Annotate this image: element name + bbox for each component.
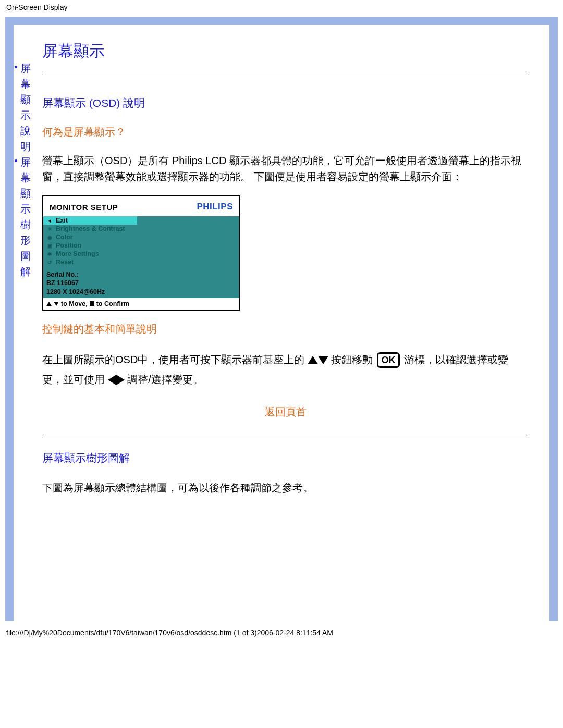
sidebar: 屏幕顯示說明 屏幕顯示樹形圖解	[14, 41, 42, 507]
osd-item-exit: ◄Exit	[43, 216, 137, 225]
osd-footer-hint: to Move, to Confirm	[43, 298, 239, 310]
osd-item-more: ✱More Settings	[43, 250, 137, 258]
bullet-icon	[15, 159, 17, 162]
page-title: 屏幕顯示	[42, 41, 529, 62]
divider	[42, 435, 529, 435]
right-arrow-icon	[116, 375, 125, 385]
triangle-down-icon	[54, 302, 59, 306]
back-to-top-link[interactable]: 返回頁首	[265, 406, 307, 417]
bullet-icon	[15, 66, 17, 68]
content-frame: 屏幕顯示說明 屏幕顯示樹形圖解 屏幕顯示 屏幕顯示 (OSD) 說明 何為是屏幕…	[5, 17, 558, 621]
osd-intro-paragraph: 螢幕上顯示（OSD）是所有 Philips LCD 顯示器都具體的功能，它可允許…	[42, 153, 529, 185]
sidebar-link-osd-tree[interactable]: 屏幕顯示樹形圖解	[20, 154, 31, 279]
tree-intro-paragraph: 下圖為屏幕顯示總體結構圖，可為以後作各種調節之參考。	[42, 480, 529, 496]
controls-paragraph: 在上圖所顯示的OSD中，使用者可按下顯示器前基座上的 按鈕移動 OK 游標，以確…	[42, 350, 529, 389]
osd-item-reset: ↺Reset	[43, 258, 137, 266]
down-arrow-icon	[318, 356, 328, 364]
osd-item-brightness: ☀Brightness & Contrast	[43, 225, 137, 233]
section-osd-desc-title: 屏幕顯示 (OSD) 說明	[42, 96, 529, 110]
osd-title: MONITOR SETUP	[50, 203, 118, 212]
controls-heading: 控制鍵的基本和簡單說明	[42, 322, 529, 336]
triangle-up-icon	[46, 302, 52, 306]
osd-item-color: ◉Color	[43, 233, 137, 241]
osd-info-block: Serial No.: BZ 116067 1280 X 1024@60Hz	[43, 266, 239, 298]
left-arrow-icon	[108, 375, 116, 385]
main-content: 屏幕顯示 屏幕顯示 (OSD) 說明 何為是屏幕顯示？ 螢幕上顯示（OSD）是所…	[42, 41, 549, 507]
square-icon	[90, 301, 94, 306]
osd-item-position: ▣Position	[43, 241, 137, 250]
up-arrow-icon	[308, 356, 318, 364]
divider	[42, 75, 529, 75]
file-path-footer: file:///D|/My%20Documents/dfu/170V6/taiw…	[0, 624, 563, 639]
section-tree-title: 屏幕顯示樹形圖解	[42, 451, 529, 465]
philips-logo: PHILIPS	[197, 202, 233, 212]
window-title: On-Screen Display	[0, 0, 563, 15]
osd-screenshot: MONITOR SETUP PHILIPS ◄Exit ☀Brightness …	[42, 195, 240, 311]
question-what-is-osd: 何為是屏幕顯示？	[42, 125, 529, 139]
ok-button-icon: OK	[377, 352, 400, 368]
sidebar-link-osd-desc[interactable]: 屏幕顯示說明	[20, 60, 31, 154]
